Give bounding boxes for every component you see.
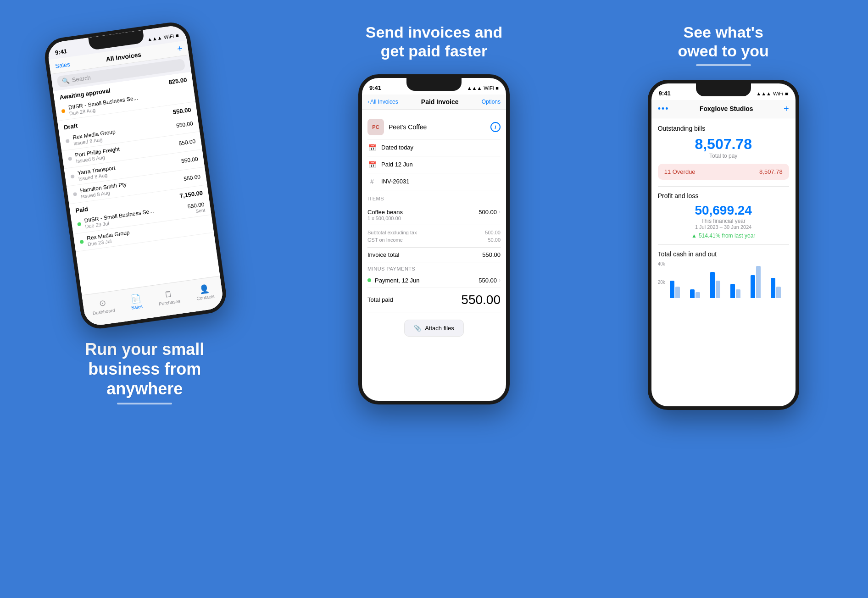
battery-icon-3: ■ xyxy=(785,91,788,96)
tagline-line3: anywhere xyxy=(106,379,183,398)
chevron-right-icon: › xyxy=(499,209,501,215)
invoice-field-date[interactable]: 📅 Dated today xyxy=(367,139,501,156)
tab-purchases[interactable]: 🗒 Purchases xyxy=(157,288,181,306)
battery-icon: ■ xyxy=(175,33,179,39)
status-dot xyxy=(61,109,66,113)
item-amount: 550.00 xyxy=(181,156,198,165)
panel3-tagline: See what's owed to you xyxy=(678,18,769,66)
total-paid-label: Total paid xyxy=(367,296,393,303)
bar-in-6 xyxy=(771,278,775,298)
bar-group-6 xyxy=(771,278,789,298)
panel-1: 9:41 ▲▲▲ WiFi ■ Sales All Invoices + 🔍 S… xyxy=(0,0,289,598)
section-awaiting-amount: 825.00 xyxy=(168,76,187,85)
wifi-icon-3: WiFi xyxy=(773,91,783,96)
payment-amount: 550.00 › xyxy=(479,277,501,284)
attach-files-button[interactable]: 📎 Attach files xyxy=(404,320,464,337)
invoice-total-label: Invoice total xyxy=(367,251,399,258)
outstanding-bills-label: Outstanding bills xyxy=(658,125,789,132)
pnl-sub: This financial year xyxy=(658,218,789,224)
purchases-icon: 🗒 xyxy=(164,289,173,299)
nav-back-1[interactable]: Sales xyxy=(55,61,71,69)
status-dot xyxy=(78,222,82,226)
bar-in-1 xyxy=(670,281,674,298)
merchant-row[interactable]: PC Peet's Coffee i xyxy=(367,115,501,139)
total-paid-amount: 550.00 xyxy=(461,293,501,307)
signal-icon-2: ▲▲▲ xyxy=(467,85,482,91)
bar-in-4 xyxy=(730,284,735,298)
section-draft-amount: 550.00 xyxy=(172,106,191,116)
gst-label: GST on Income xyxy=(367,237,403,243)
tab-dashboard[interactable]: ⊙ Dashboard xyxy=(91,297,115,316)
payment-name: Payment, 12 Jun xyxy=(375,277,475,284)
status-dot xyxy=(73,192,77,196)
item-amount: 550.00 xyxy=(176,120,194,129)
foxglove-nav: ••• Foxglove Studios + xyxy=(658,104,789,114)
invoice-field-paid[interactable]: 📅 Paid 12 Jun xyxy=(367,156,501,173)
bar-group-4 xyxy=(730,284,749,298)
invoice-field-number[interactable]: # INV-26031 xyxy=(367,173,501,190)
tagline-underline xyxy=(117,403,172,404)
subtotal-row: Subtotal excluding tax 500.00 xyxy=(367,229,501,236)
invoice-total-value: 550.00 xyxy=(482,251,501,258)
bar-out-4 xyxy=(736,289,740,298)
battery-icon-2: ■ xyxy=(495,85,499,91)
tab-contacts[interactable]: 👤 Contacts xyxy=(195,283,215,301)
cash-chart-container: 40k 20k xyxy=(658,261,789,298)
cash-label: Total cash in and out xyxy=(658,250,789,258)
line-item-details: Coffee beans 1 x 500,000.00 xyxy=(367,209,403,221)
pnl-label: Profit and loss xyxy=(658,192,789,199)
tab-sales[interactable]: 📄 Sales xyxy=(129,293,143,310)
invoice-nav-title: Paid Invoice xyxy=(421,98,459,105)
y-label-40k: 40k xyxy=(658,261,665,266)
invoice-options-button[interactable]: Options xyxy=(482,99,501,105)
payment-dot xyxy=(367,278,371,282)
nav-plus-1[interactable]: + xyxy=(177,43,184,54)
chart-y-labels: 40k 20k xyxy=(658,261,665,298)
line-item[interactable]: Coffee beans 1 x 500,000.00 500.00 › xyxy=(367,205,501,225)
status-icons-1: ▲▲▲ WiFi ■ xyxy=(147,33,179,43)
foxglove-content: Outstanding bills 8,507.78 Total to pay … xyxy=(651,118,796,395)
field-paid-date: Paid 12 Jun xyxy=(381,161,413,168)
foxglove-plus-button[interactable]: + xyxy=(784,104,789,114)
pnl-growth: ▲ 514.41% from last year xyxy=(658,233,789,239)
status-time-3: 9:41 xyxy=(659,90,671,97)
info-icon[interactable]: i xyxy=(490,122,501,132)
overdue-badge[interactable]: 11 Overdue 8,507.78 xyxy=(658,164,789,180)
field-invoice-number: INV-26031 xyxy=(381,178,409,185)
outstanding-sub: Total to pay xyxy=(658,153,789,159)
tab-purchases-label: Purchases xyxy=(159,298,181,306)
foxglove-header: ••• Foxglove Studios + xyxy=(651,100,796,118)
item-amount: 550.00 xyxy=(178,138,196,147)
item-amount-sent: 550.00 Sent xyxy=(187,201,206,215)
invoice-back-button[interactable]: ‹ All Invoices xyxy=(367,99,398,105)
signal-icon: ▲▲▲ xyxy=(147,35,162,42)
nav-title-1: All Invoices xyxy=(106,50,142,63)
status-time-1: 9:41 xyxy=(55,47,67,55)
phone-2: 9:41 ▲▲▲ WiFi ■ ‹ All Invoices Paid Invo… xyxy=(358,74,510,404)
section-draft-title: Draft xyxy=(63,122,78,131)
overdue-amount: 8,507.78 xyxy=(759,168,783,175)
dashboard-icon: ⊙ xyxy=(99,298,107,309)
tab-contacts-label: Contacts xyxy=(196,293,215,301)
status-dot xyxy=(71,174,75,178)
tab-dashboard-label: Dashboard xyxy=(93,308,116,316)
status-dot xyxy=(66,139,70,143)
payment-item[interactable]: Payment, 12 Jun 550.00 › xyxy=(367,273,501,288)
panel2-tagline: Send invoices and get paid faster xyxy=(366,18,503,61)
line-item-description: Coffee beans xyxy=(367,209,403,216)
invoice-header: ‹ All Invoices Paid Invoice Options xyxy=(362,94,506,110)
paperclip-icon: 📎 xyxy=(414,325,421,332)
dots-menu-button[interactable]: ••• xyxy=(658,104,669,114)
wifi-icon: WiFi xyxy=(164,33,174,40)
merchant-name: Peet's Coffee xyxy=(389,123,486,131)
y-label-20k: 20k xyxy=(658,280,665,285)
status-icons-3: ▲▲▲ WiFi ■ xyxy=(756,91,788,96)
panel-2: Send invoices and get paid faster 9:41 ▲… xyxy=(289,0,579,598)
section-paid-amount: 7,150.00 xyxy=(179,189,203,199)
hash-icon: # xyxy=(367,178,377,185)
wifi-icon-2: WiFi xyxy=(484,85,494,91)
total-paid-row: Total paid 550.00 xyxy=(367,288,501,312)
growth-value: 514.41% from last year xyxy=(699,233,755,239)
minus-payments-label: Minus payments xyxy=(367,262,501,273)
invoice-total-row: Invoice total 550.00 xyxy=(367,248,501,262)
